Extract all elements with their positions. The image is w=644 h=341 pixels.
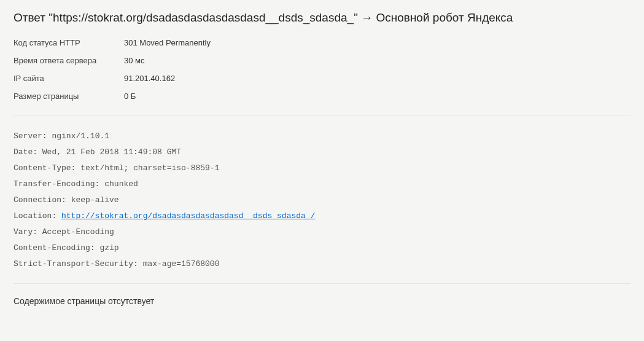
header-sts-key: Strict-Transport-Security: bbox=[14, 259, 143, 268]
info-value-status: 301 Moved Permanently bbox=[124, 38, 211, 47]
info-label-response-time: Время ответа сервера bbox=[14, 56, 124, 65]
divider-top bbox=[14, 116, 630, 116]
header-vary-key: Vary: bbox=[14, 227, 42, 237]
footer-content-missing: Содержимое страницы отсутствует bbox=[14, 296, 630, 306]
header-server-value: nginx/1.10.1 bbox=[52, 131, 109, 141]
title-url: https://stokrat.org/dsadasdasdasdasdasd_… bbox=[53, 11, 354, 24]
page-title: Ответ "https://stokrat.org/dsadasdasdasd… bbox=[14, 11, 630, 25]
info-table: Код статуса HTTP 301 Moved Permanently В… bbox=[14, 38, 630, 101]
info-value-response-time: 30 мс bbox=[124, 56, 145, 65]
header-location-link[interactable]: http://stokrat.org/dsadasdasdasdasdasd__… bbox=[61, 211, 315, 221]
header-date: Date: Wed, 21 Feb 2018 11:49:08 GMT bbox=[14, 144, 630, 160]
divider-bottom bbox=[14, 283, 630, 284]
header-content-type: Content-Type: text/html; charset=iso-885… bbox=[14, 160, 630, 176]
info-row-status: Код статуса HTTP 301 Moved Permanently bbox=[14, 38, 630, 47]
info-value-page-size: 0 Б bbox=[124, 92, 136, 101]
header-content-encoding-key: Content-Encoding: bbox=[14, 243, 99, 253]
header-transfer-encoding-key: Transfer-Encoding: bbox=[14, 179, 104, 189]
header-transfer-encoding: Transfer-Encoding: chunked bbox=[14, 176, 630, 192]
header-content-encoding-value: gzip bbox=[99, 243, 118, 253]
info-row-ip: IP сайта 91.201.40.162 bbox=[14, 74, 630, 83]
header-sts: Strict-Transport-Security: max-age=15768… bbox=[14, 256, 630, 272]
header-transfer-encoding-value: chunked bbox=[104, 179, 138, 189]
header-content-type-value: text/html; charset=iso-8859-1 bbox=[80, 163, 219, 173]
header-vary: Vary: Accept-Encoding bbox=[14, 224, 630, 240]
http-headers-block: Server: nginx/1.10.1 Date: Wed, 21 Feb 2… bbox=[14, 128, 630, 272]
info-row-response-time: Время ответа сервера 30 мс bbox=[14, 56, 630, 65]
header-location-key: Location: bbox=[14, 211, 61, 221]
title-suffix: " → Основной робот Яндекса bbox=[354, 11, 513, 24]
info-value-ip: 91.201.40.162 bbox=[124, 74, 175, 83]
info-label-page-size: Размер страницы bbox=[14, 92, 124, 101]
header-location: Location: http://stokrat.org/dsadasdasda… bbox=[14, 208, 630, 224]
header-connection-value: keep-alive bbox=[71, 195, 119, 205]
header-server-key: Server: bbox=[14, 131, 52, 141]
header-content-encoding: Content-Encoding: gzip bbox=[14, 240, 630, 256]
header-date-key: Date: bbox=[14, 147, 42, 157]
header-server: Server: nginx/1.10.1 bbox=[14, 128, 630, 144]
header-date-value: Wed, 21 Feb 2018 11:49:08 GMT bbox=[42, 147, 181, 157]
header-vary-value: Accept-Encoding bbox=[42, 227, 114, 237]
header-connection: Connection: keep-alive bbox=[14, 192, 630, 208]
header-content-type-key: Content-Type: bbox=[14, 163, 80, 173]
header-connection-key: Connection: bbox=[14, 195, 71, 205]
title-prefix: Ответ " bbox=[14, 11, 53, 24]
info-label-status: Код статуса HTTP bbox=[14, 38, 124, 47]
header-sts-value: max-age=15768000 bbox=[143, 259, 220, 268]
info-row-page-size: Размер страницы 0 Б bbox=[14, 92, 630, 101]
info-label-ip: IP сайта bbox=[14, 74, 124, 83]
